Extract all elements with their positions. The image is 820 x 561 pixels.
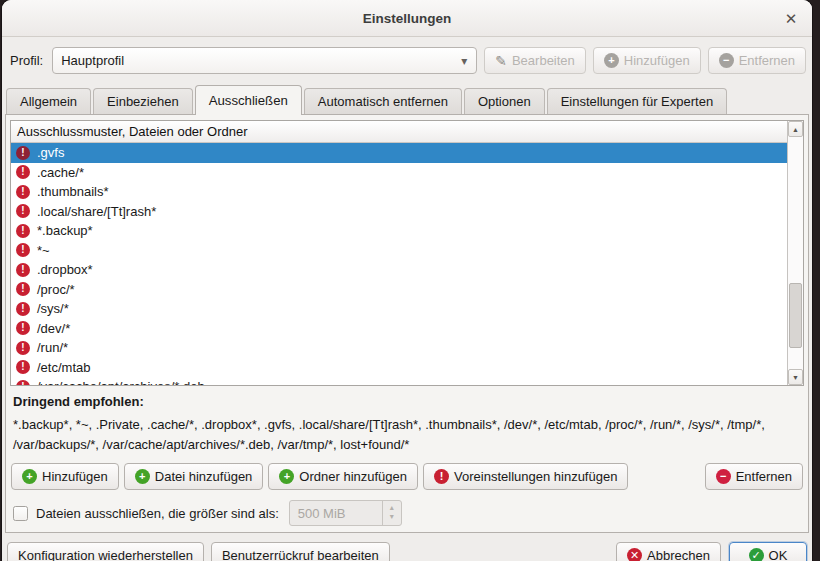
vertical-scrollbar[interactable]: ▲ ▼ [787, 121, 803, 385]
list-item-label: /var/cache/apt/archives/*.deb [37, 379, 205, 385]
remove-button[interactable]: − Entfernen [705, 463, 803, 490]
tab-optionen[interactable]: Optionen [464, 88, 545, 114]
profile-combobox-value: Hauptprofil [61, 53, 124, 68]
ok-check-icon: ✓ [749, 548, 764, 561]
list-item-label: .gvfs [37, 145, 64, 160]
list-item-label: /proc/* [37, 282, 75, 297]
size-filter-checkbox[interactable] [13, 506, 28, 521]
add-defaults-button[interactable]: ! Voreinstellungen hinzufügen [423, 463, 628, 490]
exclude-list-rows: ! .gvfs ! .cache/* ! .thumbnails* ! .loc… [11, 143, 787, 385]
tab-einbeziehen[interactable]: Einbeziehen [93, 88, 193, 114]
exclude-warning-icon: ! [16, 321, 30, 335]
close-icon[interactable]: ✕ [780, 8, 802, 30]
list-item-label: *~ [37, 243, 50, 258]
plus-icon: + [279, 469, 294, 484]
profile-add-button[interactable]: + Hinzufügen [593, 47, 701, 74]
exclude-warning-icon: ! [16, 302, 30, 316]
profile-combobox[interactable]: Hauptprofil ▾ [52, 47, 477, 74]
cancel-button[interactable]: ✕ Abbrechen [616, 542, 721, 561]
restore-config-label: Konfiguration wiederherstellen [18, 548, 193, 561]
list-item[interactable]: ! /var/cache/apt/archives/*.deb [11, 377, 787, 385]
list-item-label: .local/share/[Tt]rash* [37, 204, 156, 219]
profile-row: Profil: Hauptprofil ▾ ✎ Bearbeiten + Hin… [2, 37, 812, 82]
scroll-down-icon[interactable]: ▼ [788, 369, 803, 385]
list-item[interactable]: ! *~ [11, 241, 787, 261]
remove-button-label: Entfernen [736, 469, 792, 484]
size-filter-label: Dateien ausschließen, die größer sind al… [36, 506, 279, 521]
profile-edit-button[interactable]: ✎ Bearbeiten [484, 47, 586, 74]
list-item[interactable]: ! .cache/* [11, 163, 787, 183]
recommendation-section: Dringend empfohlen: *.backup*, *~, .Priv… [10, 386, 804, 454]
ok-button-label: OK [769, 548, 788, 561]
exclude-list: Ausschlussmuster, Dateien oder Ordner ! … [10, 120, 804, 386]
scrollbar-track[interactable] [788, 137, 803, 369]
spin-down-icon: ▾ [390, 513, 394, 522]
tab-automatisch-entfernen[interactable]: Automatisch entfernen [304, 88, 462, 114]
list-item[interactable]: ! .dropbox* [11, 260, 787, 280]
spinner-arrows[interactable]: ▴ ▾ [382, 501, 401, 525]
plus-icon: + [135, 469, 150, 484]
exclude-warning-icon: ! [16, 263, 30, 277]
tab-allgemein[interactable]: Allgemein [6, 88, 91, 114]
scroll-up-icon[interactable]: ▲ [788, 121, 803, 137]
exclude-list-header[interactable]: Ausschlussmuster, Dateien oder Ordner [11, 121, 787, 143]
exclude-warning-icon: ! [16, 282, 30, 296]
profile-remove-button[interactable]: − Entfernen [708, 47, 806, 74]
window-title: Einstellungen [363, 11, 452, 26]
ok-button[interactable]: ✓ OK [729, 542, 807, 561]
list-item[interactable]: ! /proc/* [11, 280, 787, 300]
list-item[interactable]: ! .thumbnails* [11, 182, 787, 202]
profile-add-label: Hinzufügen [624, 53, 690, 68]
action-button-row: + Hinzufügen + Datei hinzufügen + Ordner… [10, 463, 804, 490]
size-filter-spinbox[interactable]: 500 MiB ▴ ▾ [289, 500, 402, 526]
plus-icon: + [604, 53, 619, 68]
list-item-label: /etc/mtab [37, 360, 90, 375]
edit-user-callback-label: Benutzerrückruf bearbeiten [222, 548, 379, 561]
list-item[interactable]: ! .local/share/[Tt]rash* [11, 202, 787, 222]
titlebar: Einstellungen ✕ [2, 0, 812, 37]
list-item[interactable]: ! /dev/* [11, 319, 787, 339]
profile-remove-label: Entfernen [739, 53, 795, 68]
exclude-warning-icon: ! [16, 185, 30, 199]
edit-user-callback-button[interactable]: Benutzerrückruf bearbeiten [211, 542, 390, 561]
tab-bar: Allgemein Einbeziehen Ausschließen Autom… [2, 85, 812, 114]
size-filter-value: 500 MiB [298, 506, 346, 521]
list-item[interactable]: ! /etc/mtab [11, 358, 787, 378]
pencil-icon: ✎ [495, 53, 507, 69]
exclude-warning-icon: ! [16, 380, 30, 385]
exclude-warning-icon: ! [16, 360, 30, 374]
add-defaults-button-label: Voreinstellungen hinzufügen [454, 469, 617, 484]
recommendation-title: Dringend empfohlen: [13, 394, 801, 409]
exclude-warning-icon: ! [16, 341, 30, 355]
settings-dialog: Einstellungen ✕ Profil: Hauptprofil ▾ ✎ … [2, 0, 812, 561]
exclude-warning-icon: ! [16, 204, 30, 218]
scrollbar-thumb[interactable] [789, 283, 802, 348]
add-button[interactable]: + Hinzufügen [11, 463, 119, 490]
exclude-warning-icon: ! [16, 165, 30, 179]
chevron-down-icon: ▾ [461, 54, 467, 68]
list-item-label: .dropbox* [37, 262, 93, 277]
add-file-button-label: Datei hinzufügen [155, 469, 253, 484]
profile-edit-label: Bearbeiten [512, 53, 575, 68]
list-item-label: .cache/* [37, 165, 84, 180]
exclude-tab-pane: Ausschlussmuster, Dateien oder Ordner ! … [5, 114, 809, 533]
size-filter-row: Dateien ausschließen, die größer sind al… [10, 500, 804, 526]
add-button-label: Hinzufügen [42, 469, 108, 484]
list-item[interactable]: ! .gvfs [11, 143, 787, 163]
list-item[interactable]: ! /run/* [11, 338, 787, 358]
list-item-label: .thumbnails* [37, 184, 109, 199]
tab-ausschliessen[interactable]: Ausschließen [195, 85, 302, 115]
add-folder-button-label: Ordner hinzufügen [299, 469, 407, 484]
exclude-warning-icon: ! [16, 224, 30, 238]
footer-right-group: ✕ Abbrechen ✓ OK [616, 542, 807, 561]
restore-config-button[interactable]: Konfiguration wiederherstellen [7, 542, 204, 561]
profile-label: Profil: [10, 53, 43, 68]
add-folder-button[interactable]: + Ordner hinzufügen [268, 463, 418, 490]
minus-icon: − [716, 469, 731, 484]
add-file-button[interactable]: + Datei hinzufügen [124, 463, 264, 490]
list-item[interactable]: ! /sys/* [11, 299, 787, 319]
list-item[interactable]: ! *.backup* [11, 221, 787, 241]
list-item-label: /sys/* [37, 301, 69, 316]
exclamation-icon: ! [434, 469, 449, 484]
tab-experten[interactable]: Einstellungen für Experten [547, 88, 727, 114]
